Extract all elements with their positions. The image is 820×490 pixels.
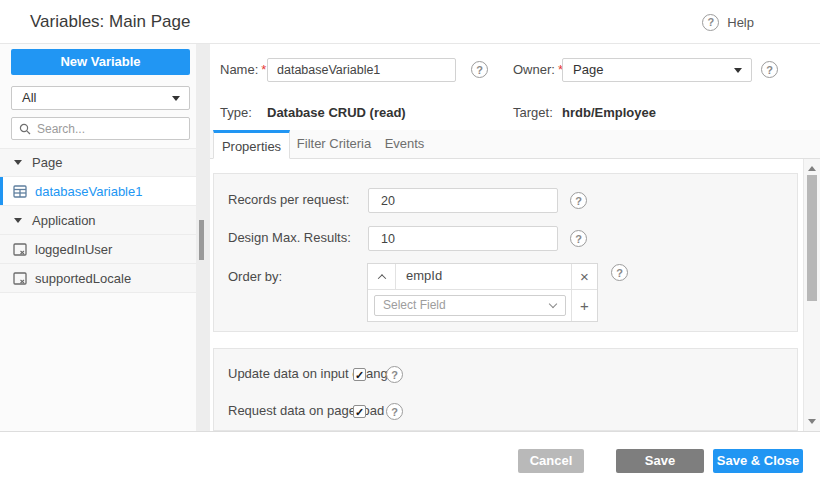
scroll-down-icon[interactable]	[808, 419, 816, 424]
collapse-arrow-icon	[14, 160, 22, 165]
tree-group-label: Application	[32, 213, 96, 228]
behavior-section: Update data on input change ✓ ? Request …	[213, 348, 798, 431]
collapse-arrow-icon	[14, 218, 22, 223]
sort-direction-button[interactable]	[368, 264, 396, 289]
tab-bar: Properties Filter Criteria Events	[210, 130, 820, 159]
tree-item-label: databaseVariable1	[35, 184, 142, 199]
search-icon	[19, 123, 31, 135]
order-by-label: Order by:	[228, 265, 282, 289]
tree-item-supportedlocale[interactable]: supportedLocale	[0, 264, 196, 293]
owner-select[interactable]: Page	[562, 58, 752, 82]
data-settings-section: Records per request: ? Design Max. Resul…	[213, 173, 798, 332]
close-icon: ×	[580, 268, 589, 285]
variables-dialog: Variables: Main Page ? Help New Variable…	[0, 0, 820, 490]
properties-tab-content: Records per request: ? Design Max. Resul…	[210, 159, 820, 431]
request-data-help-icon[interactable]: ?	[386, 403, 403, 420]
order-by-row: empId ×	[368, 264, 597, 290]
dropdown-arrow-icon	[734, 68, 742, 73]
sidebar-scrollbar[interactable]	[196, 44, 210, 431]
update-data-checkbox[interactable]: ✓	[353, 368, 366, 381]
sidebar-scrollbar-thumb[interactable]	[199, 220, 204, 260]
tree-item-loggedinuser[interactable]: loggedInUser	[0, 235, 196, 264]
order-by-help-icon[interactable]: ?	[611, 264, 628, 281]
search-input[interactable]	[37, 122, 177, 136]
design-max-results-input[interactable]	[368, 226, 558, 251]
remove-field-button[interactable]: ×	[571, 264, 597, 289]
name-input[interactable]	[267, 58, 456, 82]
tree-item-label: loggedInUser	[35, 242, 112, 257]
tree-item-databasevariable1[interactable]: databaseVariable1	[0, 177, 196, 206]
owner-selected-value: Page	[573, 62, 603, 77]
plus-icon: +	[580, 297, 589, 314]
update-data-help-icon[interactable]: ?	[386, 366, 403, 383]
scroll-up-icon[interactable]	[808, 166, 816, 171]
name-label: Name:*	[220, 58, 266, 82]
tree-group-application[interactable]: Application	[0, 206, 196, 235]
filter-selected-value: All	[22, 90, 36, 105]
add-field-button[interactable]: +	[571, 290, 597, 321]
tab-properties[interactable]: Properties	[213, 130, 290, 159]
request-data-checkbox[interactable]: ✓	[353, 405, 366, 418]
select-field-wrapper: Select Field	[368, 290, 571, 321]
dialog-header: Variables: Main Page ? Help	[0, 0, 820, 44]
save-button[interactable]: Save	[616, 449, 704, 473]
cancel-button[interactable]: Cancel	[518, 449, 584, 473]
variable-icon	[13, 272, 27, 285]
dialog-footer: Cancel Save Save & Close	[0, 431, 820, 490]
tab-events[interactable]: Events	[377, 130, 432, 159]
tree-group-label: Page	[32, 155, 62, 170]
variable-tree: Page databaseVariable1 Application logge…	[0, 148, 196, 293]
target-label: Target:	[513, 101, 553, 125]
new-variable-button[interactable]: New Variable	[11, 49, 190, 75]
variables-sidebar: New Variable All Page databaseVariable1	[0, 44, 196, 431]
save-and-close-button[interactable]: Save & Close	[713, 449, 803, 473]
database-icon	[13, 185, 27, 198]
tree-group-page[interactable]: Page	[0, 148, 196, 177]
order-by-widget: empId × Select Field +	[367, 263, 598, 322]
order-by-field[interactable]: empId	[396, 264, 571, 289]
name-help-icon[interactable]: ?	[471, 61, 488, 78]
type-label: Type:	[220, 101, 252, 125]
type-value: Database CRUD (read)	[267, 101, 406, 125]
update-data-label: Update data on input change	[228, 362, 395, 386]
dropdown-arrow-icon	[172, 96, 180, 101]
variable-filter-select[interactable]: All	[11, 86, 190, 110]
help-icon: ?	[702, 14, 719, 31]
owner-label: Owner:*	[513, 58, 563, 82]
target-value: hrdb/Employee	[562, 101, 656, 125]
chevron-down-icon	[549, 300, 557, 308]
tab-filter-criteria[interactable]: Filter Criteria	[296, 130, 372, 159]
variable-search[interactable]	[11, 117, 190, 140]
owner-help-icon[interactable]: ?	[761, 61, 778, 78]
design-help-icon[interactable]: ?	[570, 230, 587, 247]
help-button[interactable]: ? Help	[702, 0, 754, 44]
content-scrollbar[interactable]	[803, 159, 820, 431]
variable-editor-panel: Name:* ? Owner:* Page ? Type: Database C…	[210, 44, 820, 431]
order-by-add-row: Select Field +	[368, 290, 597, 321]
records-per-request-label: Records per request:	[228, 188, 349, 212]
chevron-up-icon	[377, 274, 385, 282]
records-per-request-input[interactable]	[368, 188, 558, 213]
required-marker: *	[261, 62, 266, 77]
help-label: Help	[727, 15, 754, 30]
content-scrollbar-thumb[interactable]	[807, 175, 817, 301]
tree-item-label: supportedLocale	[35, 271, 131, 286]
records-help-icon[interactable]: ?	[570, 192, 587, 209]
select-field-placeholder: Select Field	[383, 298, 446, 312]
select-field-dropdown[interactable]: Select Field	[374, 295, 566, 316]
variable-icon	[13, 243, 27, 256]
design-max-results-label: Design Max. Results:	[228, 226, 351, 250]
page-title: Variables: Main Page	[30, 0, 190, 44]
